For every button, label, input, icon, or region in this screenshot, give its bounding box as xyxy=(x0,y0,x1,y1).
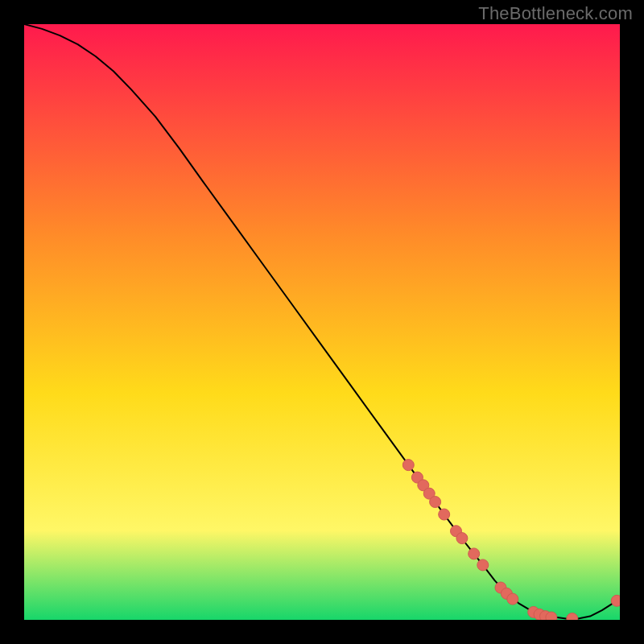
marker-point xyxy=(546,612,557,620)
marker-point xyxy=(611,595,620,606)
marker-point xyxy=(507,593,518,605)
marker-point xyxy=(477,559,489,571)
marker-point xyxy=(430,497,441,508)
chart-frame: TheBottleneck.com xyxy=(0,0,644,644)
gradient-background xyxy=(24,24,620,620)
marker-point xyxy=(439,509,450,520)
watermark-text: TheBottleneck.com xyxy=(478,3,633,24)
marker-point xyxy=(402,460,414,471)
chart-svg xyxy=(24,24,620,620)
plot-area xyxy=(24,24,620,620)
marker-point xyxy=(469,548,480,559)
marker-point xyxy=(456,533,468,544)
